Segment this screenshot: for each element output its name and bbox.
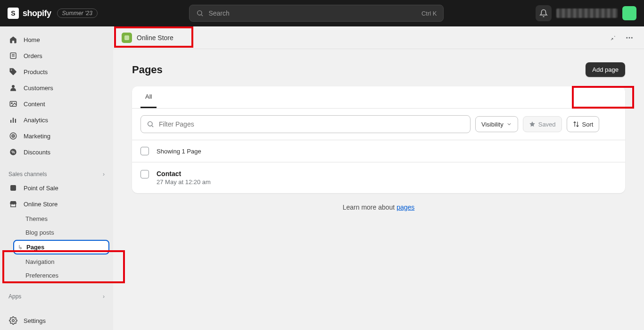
filter-text-field[interactable] [159,120,464,128]
sidebar-item-products[interactable]: Products [4,64,109,79]
topbar-right [536,5,636,21]
channel-bar: Online Store [113,26,644,49]
customers-icon [8,83,18,93]
sidebar-item-label: Discounts [24,149,50,156]
dots-icon [625,34,634,42]
tab-all[interactable]: All [140,86,157,108]
showing-count: Showing 1 Page [157,148,201,155]
learn-more: Learn more about pages [113,193,644,221]
marketing-icon [8,131,18,141]
learn-more-link[interactable]: pages [396,203,414,211]
sidebar-item-label: Settings [24,317,46,324]
sidebar-section-channels[interactable]: Sales channels › [4,166,109,180]
row-checkbox[interactable] [140,170,149,178]
saved-filter: Saved [523,116,562,132]
table-row[interactable]: Contact 27 May at 12:20 am [132,162,625,193]
svg-line-1 [202,15,203,16]
filter-input[interactable] [140,115,471,133]
avatar[interactable] [622,6,636,20]
filter-row: Visibility Saved Sort [132,109,625,140]
star-icon [529,121,536,127]
svg-rect-17 [10,185,16,191]
svg-point-6 [12,85,15,88]
sidebar-item-label: Customers [24,85,53,92]
shopify-logo-icon: S [8,8,19,19]
sort-button[interactable]: Sort [567,116,600,132]
sidebar-item-settings[interactable]: Settings [4,313,109,328]
products-icon [8,67,18,76]
row-title: Contact [157,170,211,178]
visibility-filter[interactable]: Visibility [475,116,518,132]
pos-icon [8,183,18,193]
analytics-icon [8,115,18,125]
svg-point-8 [11,102,12,103]
subnav-navigation[interactable]: Navigation [13,255,109,268]
search-icon [147,120,154,128]
sidebar-item-online-store[interactable]: Online Store [4,196,109,212]
sidebar-item-pos[interactable]: Point of Sale [4,180,109,195]
channel-name: Online Store [137,34,173,42]
content: Online Store Pages Add page All [113,26,644,330]
sidebar-item-customers[interactable]: Customers [4,80,109,95]
sidebar-item-orders[interactable]: Orders [4,48,109,63]
svg-point-20 [629,37,630,38]
channel-app-icon [122,33,132,43]
bell-icon [539,9,548,17]
subnav-themes[interactable]: Themes [13,212,109,225]
svg-rect-10 [13,118,14,123]
sidebar-item-label: Orders [24,52,42,59]
sidebar-section-apps[interactable]: Apps › [4,288,109,303]
row-subtitle: 27 May at 12:20 am [157,178,211,186]
content-icon [8,99,18,109]
sidebar-item-label: Marketing [24,133,50,140]
page-title: Pages [132,64,163,76]
notifications-button[interactable] [536,5,552,21]
search-icon [196,9,204,17]
sidebar-item-label: Products [24,68,48,76]
section-label: Apps [8,293,21,300]
svg-point-14 [13,135,14,136]
subnav-blog-posts[interactable]: Blog posts [13,226,109,239]
store-icon [8,199,18,209]
sidebar-item-discounts[interactable]: % Discounts [4,144,109,160]
tabs: All [132,86,625,109]
search-wrap: Search Ctrl K [103,5,530,22]
sidebar-item-content[interactable]: Content [4,96,109,111]
subnav-pages[interactable]: Pages [13,240,109,254]
pin-button[interactable] [606,32,619,44]
svg-point-18 [12,320,15,322]
search-input[interactable]: Search Ctrl K [189,5,444,22]
page-header: Pages Add page [113,49,644,86]
logo[interactable]: S shopify Summer '23 [8,8,98,19]
store-name-redacted[interactable] [556,8,618,18]
add-page-button[interactable]: Add page [586,62,625,77]
topbar: S shopify Summer '23 Search Ctrl K [0,0,644,26]
select-all-checkbox[interactable] [140,147,149,155]
table-header: Showing 1 Page [132,140,625,162]
svg-point-0 [198,11,202,15]
chevron-down-icon [506,121,512,127]
search-placeholder: Search [208,9,421,17]
sidebar-item-home[interactable]: Home [4,32,109,47]
sidebar-item-label: Online Store [24,201,58,208]
more-button[interactable] [623,32,636,44]
sidebar-item-label: Point of Sale [24,185,58,192]
online-store-subnav: Themes Blog posts Pages Navigation Prefe… [13,212,109,282]
row-body: Contact 27 May at 12:20 am [157,170,211,186]
sidebar-item-marketing[interactable]: Marketing [4,128,109,144]
chevron-right-icon: › [103,171,105,178]
svg-rect-11 [15,119,16,123]
pages-card: All Visibility Saved Sort [132,86,625,193]
home-icon [8,35,18,44]
sidebar-item-label: Content [24,101,45,108]
svg-line-23 [152,126,153,127]
sidebar-item-analytics[interactable]: Analytics [4,112,109,127]
sidebar-item-label: Analytics [24,117,48,124]
svg-text:%: % [11,150,15,154]
chevron-right-icon: › [103,293,105,300]
pin-icon [609,34,616,42]
logo-text: shopify [23,8,51,18]
orders-icon [8,51,18,60]
subnav-preferences[interactable]: Preferences [13,269,109,282]
svg-point-21 [631,37,633,38]
